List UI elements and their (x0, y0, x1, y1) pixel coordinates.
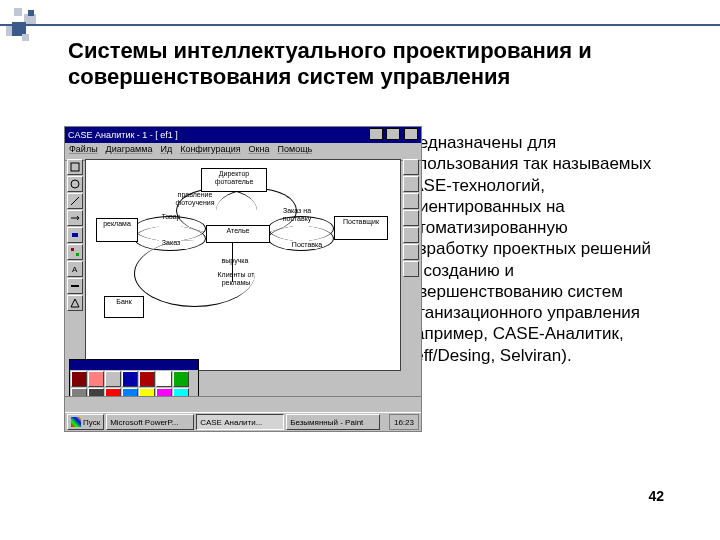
app-window: CASE Аналитик - 1 - [ ef1 ] Файлы Диагра… (64, 126, 422, 432)
menu-item[interactable]: Ид (160, 144, 172, 159)
tool-icon[interactable] (67, 159, 83, 175)
menu-item[interactable]: Файлы (69, 144, 98, 159)
diagram-node[interactable]: реклама (96, 218, 138, 242)
menu-item[interactable]: Диаграмма (106, 144, 153, 159)
slide-title: Системы интеллектуального проектирования… (68, 38, 668, 91)
window-controls[interactable] (368, 128, 418, 142)
corner-decoration (6, 8, 46, 48)
taskbar-clock: 16:23 (389, 414, 419, 430)
tool-icon[interactable]: A (67, 261, 83, 277)
taskbar: Пуск Microsoft PowerP... CASE Аналити...… (65, 412, 421, 431)
top-divider (0, 24, 720, 26)
tool-icon[interactable] (67, 244, 83, 260)
tool-icon[interactable] (67, 295, 83, 311)
svg-rect-5 (76, 253, 79, 256)
flow-label: Поставка (286, 240, 328, 250)
diagram-node[interactable]: Банк (104, 296, 144, 318)
diagram-node[interactable]: Поставщик (334, 216, 388, 240)
tool-icon[interactable] (403, 227, 419, 243)
svg-rect-3 (72, 233, 78, 237)
svg-line-2 (71, 197, 79, 205)
start-button[interactable]: Пуск (67, 414, 104, 430)
taskbar-item[interactable]: Безымянный - Paint (286, 414, 380, 430)
diagram-canvas[interactable]: Директор фотоателье реклама Ателье Поста… (85, 159, 401, 371)
svg-marker-8 (71, 299, 79, 307)
tool-icon[interactable] (403, 244, 419, 260)
flow-label: правление фотоучения (166, 190, 224, 207)
flow-label: Заказ (158, 238, 184, 248)
statusbar (65, 396, 421, 413)
tool-icon[interactable] (403, 176, 419, 192)
svg-rect-4 (71, 248, 74, 251)
tool-icon[interactable] (67, 227, 83, 243)
palette-color[interactable] (122, 371, 138, 387)
flow-label: Товар (156, 212, 186, 222)
svg-rect-0 (71, 163, 79, 171)
tool-icon[interactable] (403, 210, 419, 226)
diagram-node[interactable]: Ателье (206, 225, 270, 243)
tool-icon[interactable] (67, 210, 83, 226)
flow-label: Заказ на поставку (272, 206, 322, 223)
minimize-icon[interactable] (369, 128, 383, 140)
tool-icon[interactable] (403, 193, 419, 209)
tool-icon[interactable] (403, 159, 419, 175)
page-number: 42 (648, 488, 664, 504)
close-icon[interactable] (404, 128, 418, 140)
tool-icon[interactable] (403, 261, 419, 277)
palette-color[interactable] (88, 371, 104, 387)
menu-item[interactable]: Конфигурация (180, 144, 240, 159)
svg-text:A: A (72, 265, 78, 274)
menu-item[interactable]: Помощь (277, 144, 312, 159)
flow-label: Клиенты от рекламы (204, 270, 268, 287)
maximize-icon[interactable] (386, 128, 400, 140)
diagram-node[interactable]: Директор фотоателье (201, 168, 267, 192)
palette-titlebar[interactable] (70, 360, 198, 370)
palette-color[interactable] (105, 371, 121, 387)
windows-logo-icon (71, 417, 81, 427)
tool-icon[interactable] (67, 176, 83, 192)
flow-label: выручка (214, 256, 256, 266)
taskbar-item[interactable]: Microsoft PowerP... (106, 414, 194, 430)
taskbar-item[interactable]: CASE Аналити... (196, 414, 284, 430)
svg-rect-7 (71, 285, 79, 287)
tool-icon[interactable] (67, 278, 83, 294)
palette-color[interactable] (156, 371, 172, 387)
app-titlebar: CASE Аналитик - 1 - [ ef1 ] (65, 127, 421, 143)
palette-color[interactable] (173, 371, 189, 387)
body-text: предназначены для использования так назы… (400, 132, 660, 366)
palette-color[interactable] (139, 371, 155, 387)
palette-color[interactable] (71, 371, 87, 387)
tool-icon[interactable] (67, 193, 83, 209)
app-title: CASE Аналитик - 1 - [ ef1 ] (68, 130, 178, 140)
right-toolbar (403, 159, 419, 277)
left-toolbar: A (67, 159, 83, 311)
svg-point-1 (71, 180, 79, 188)
menu-item[interactable]: Окна (249, 144, 270, 159)
